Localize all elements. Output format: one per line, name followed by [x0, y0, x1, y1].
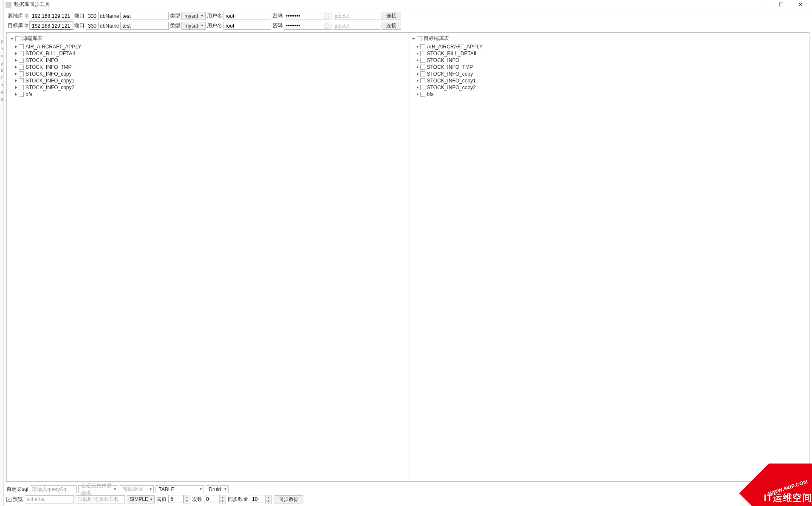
- customsql-input[interactable]: [30, 485, 76, 493]
- expand-right-icon[interactable]: [417, 59, 419, 62]
- spinner-up-icon[interactable]: ▲: [184, 495, 190, 499]
- source-tree-item[interactable]: STOCK_BILL_DETAIL: [8, 50, 407, 57]
- source-tree-pane[interactable]: 源端库表 AIR_AIRCRAFT_APPLYSTOCK_BILL_DETAIL…: [7, 33, 408, 481]
- source-tree-item[interactable]: STOCK_INFO_copy2: [8, 84, 407, 91]
- target-tree-item[interactable]: AIR_AIRCRAFT_APPLY: [409, 43, 809, 50]
- expand-right-icon[interactable]: [15, 59, 17, 62]
- file-suffix-combo[interactable]: 自定义文件后缀名▼: [78, 485, 118, 493]
- target-connect-button[interactable]: 连接: [382, 22, 401, 30]
- source-tree-item[interactable]: STOCK_INFO_copy: [8, 71, 407, 77]
- expand-right-icon[interactable]: [417, 93, 419, 96]
- source-connect-button[interactable]: 连接: [382, 12, 401, 20]
- expand-right-icon[interactable]: [417, 45, 419, 48]
- target-tree-item[interactable]: STOCK_INFO_copy1: [409, 77, 809, 84]
- count-spinner[interactable]: ▲▼: [204, 495, 226, 503]
- target-root-checkbox[interactable]: [417, 36, 422, 41]
- target-port-input[interactable]: [86, 22, 99, 30]
- tree-item-checkbox[interactable]: [420, 58, 425, 63]
- target-user-input[interactable]: [224, 22, 271, 30]
- minimize-button[interactable]: —: [752, 0, 771, 9]
- druid-combo[interactable]: Druid▼: [206, 485, 229, 493]
- tree-item-checkbox[interactable]: [420, 85, 425, 90]
- source-root-checkbox[interactable]: [15, 36, 20, 41]
- gutter-row: [0, 464, 3, 472]
- expand-right-icon[interactable]: [417, 66, 419, 68]
- tree-item-checkbox[interactable]: [19, 65, 24, 70]
- preview-checkbox[interactable]: ✓预览: [6, 496, 23, 503]
- tree-item-checkbox[interactable]: [19, 71, 24, 76]
- close-button[interactable]: ✕: [791, 0, 810, 9]
- expand-right-icon[interactable]: [15, 66, 17, 68]
- count-input[interactable]: [204, 495, 219, 503]
- source-tree-item[interactable]: STOCK_INFO_copy1: [8, 77, 407, 84]
- output-path-combo[interactable]: 输出路径▼: [120, 485, 154, 493]
- target-tree-root[interactable]: 目标端库表: [409, 34, 809, 43]
- source-user-input[interactable]: [224, 12, 271, 20]
- threshold-spinner[interactable]: ▲▼: [168, 495, 190, 503]
- target-tree-item[interactable]: STOCK_INFO: [409, 57, 809, 64]
- spinner-down-icon[interactable]: ▼: [220, 499, 226, 503]
- threshold-input[interactable]: [168, 495, 184, 503]
- spinner-up-icon[interactable]: ▲: [220, 495, 226, 499]
- expand-right-icon[interactable]: [15, 45, 17, 48]
- filter-tables-input[interactable]: [76, 495, 125, 503]
- sync-count-input[interactable]: [250, 495, 265, 503]
- sync-count-spinner[interactable]: ▲▼: [250, 495, 272, 503]
- expand-right-icon[interactable]: [417, 79, 419, 82]
- table-combo[interactable]: TABLE▼: [156, 485, 204, 493]
- tree-item-checkbox[interactable]: [420, 78, 425, 83]
- expand-right-icon[interactable]: [15, 73, 17, 75]
- password-visibility-icon[interactable]: [324, 13, 330, 19]
- spinner-up-icon[interactable]: ▲: [266, 495, 272, 499]
- tree-item-checkbox[interactable]: [19, 92, 24, 97]
- spinner-down-icon[interactable]: ▼: [266, 499, 272, 503]
- tree-item-checkbox[interactable]: [420, 71, 425, 76]
- tree-split-area: 源端库表 AIR_AIRCRAFT_APPLYSTOCK_BILL_DETAIL…: [6, 32, 809, 482]
- spinner-down-icon[interactable]: ▼: [184, 499, 190, 503]
- source-jdbcurl-input[interactable]: [333, 12, 380, 20]
- target-tree-pane[interactable]: 目标端库表 AIR_AIRCRAFT_APPLYSTOCK_BILL_DETAI…: [408, 33, 809, 481]
- target-type-select[interactable]: mysql▼: [181, 22, 205, 30]
- source-port-input[interactable]: [86, 12, 99, 20]
- expand-right-icon[interactable]: [417, 86, 419, 89]
- simple-combo[interactable]: SIMPLE▼: [127, 495, 155, 503]
- target-dbname-input[interactable]: [120, 22, 169, 30]
- target-tree-item[interactable]: STOCK_BILL_DETAIL: [409, 50, 809, 57]
- expand-right-icon[interactable]: [15, 93, 17, 96]
- expand-down-icon[interactable]: [10, 38, 14, 40]
- target-tree-item[interactable]: STOCK_INFO_copy: [409, 71, 809, 77]
- source-tree-item[interactable]: STOCK_INFO_TMP: [8, 64, 407, 71]
- expand-right-icon[interactable]: [417, 52, 419, 55]
- target-tree-item[interactable]: bfs: [409, 91, 809, 98]
- source-tree-item[interactable]: bfs: [8, 91, 407, 98]
- expand-down-icon[interactable]: [412, 38, 415, 40]
- tree-item-checkbox[interactable]: [19, 58, 24, 63]
- expand-right-icon[interactable]: [15, 52, 17, 55]
- tree-item-checkbox[interactable]: [420, 51, 425, 56]
- target-tree-item[interactable]: STOCK_INFO_copy2: [409, 84, 809, 91]
- source-tree-item[interactable]: STOCK_INFO: [8, 57, 407, 64]
- expand-right-icon[interactable]: [15, 79, 17, 82]
- maximize-button[interactable]: ☐: [771, 0, 791, 9]
- schema-input[interactable]: [25, 495, 74, 503]
- tree-item-checkbox[interactable]: [420, 92, 425, 97]
- expand-right-icon[interactable]: [417, 73, 419, 75]
- source-dbname-input[interactable]: [120, 12, 169, 20]
- tree-item-checkbox[interactable]: [19, 78, 24, 83]
- tree-item-checkbox[interactable]: [19, 51, 24, 56]
- source-tree-root[interactable]: 源端库表: [8, 34, 407, 43]
- tree-item-checkbox[interactable]: [420, 44, 425, 49]
- tree-item-label: STOCK_INFO_TMP: [25, 64, 71, 70]
- tree-item-checkbox[interactable]: [19, 85, 24, 90]
- target-jdbcurl-input[interactable]: [333, 22, 380, 30]
- sync-data-button[interactable]: 同步数据: [274, 495, 303, 503]
- tree-item-checkbox[interactable]: [420, 65, 425, 70]
- tree-item-checkbox[interactable]: [19, 44, 24, 49]
- password-visibility-icon[interactable]: [324, 23, 330, 29]
- source-type-select[interactable]: mysql▼: [181, 12, 205, 20]
- expand-right-icon[interactable]: [15, 86, 17, 89]
- target-tree-item[interactable]: STOCK_INFO_TMP: [409, 64, 809, 71]
- source-ip-input[interactable]: [30, 12, 73, 20]
- source-tree-item[interactable]: AIR_AIRCRAFT_APPLY: [8, 43, 407, 50]
- target-ip-input[interactable]: [30, 22, 73, 30]
